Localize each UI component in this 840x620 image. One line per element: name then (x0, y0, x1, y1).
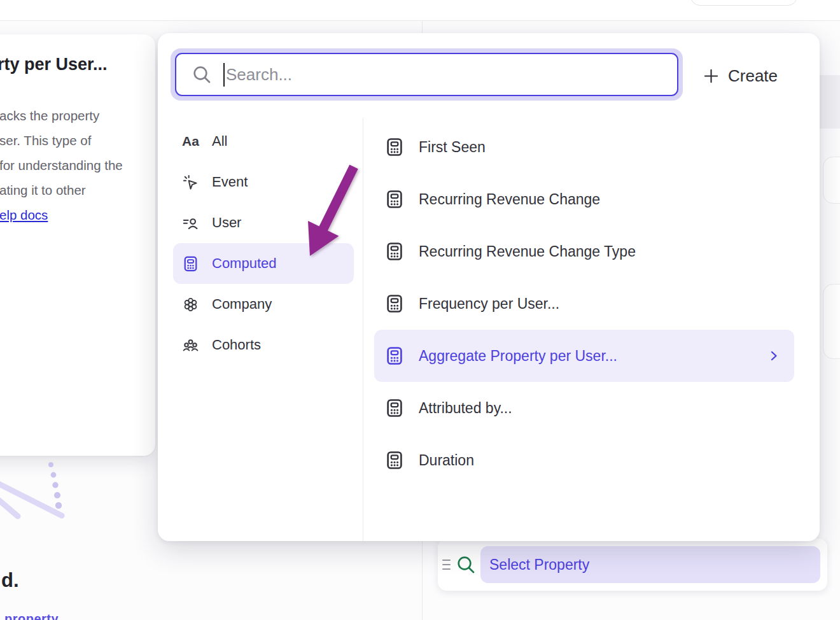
clipped-link-fragment[interactable]: property (4, 612, 59, 620)
calculator-icon (182, 255, 199, 272)
query-builder-row: Select Property (438, 539, 827, 591)
column-divider (363, 118, 363, 541)
calculator-icon (384, 398, 405, 418)
decorative-illustration (0, 457, 83, 528)
property-item-attributed-by[interactable]: Attributed by... (374, 382, 794, 434)
top-bar (0, 0, 840, 21)
property-item-duration[interactable]: Duration (374, 434, 794, 486)
cohorts-group-icon (182, 337, 199, 354)
chevron-right-icon (767, 349, 780, 362)
create-button-label: Create (728, 66, 778, 86)
tooltip-body-line: for understanding the (0, 158, 123, 173)
search-focus-ring (171, 48, 683, 101)
property-item-recurring-revenue-change-type[interactable]: Recurring Revenue Change Type (374, 225, 794, 278)
event-cursor-icon (182, 174, 199, 191)
calculator-icon (384, 346, 405, 366)
search-field[interactable] (175, 53, 678, 96)
property-list: First Seen Recurring Revenue Change Recu… (374, 121, 794, 486)
property-item-recurring-revenue-change[interactable]: Recurring Revenue Change (374, 173, 794, 225)
text-aa-icon: Aa (182, 133, 199, 150)
select-property-label: Select Property (489, 556, 589, 574)
property-item-frequency-per-user[interactable]: Frequency per User... (374, 278, 794, 330)
property-item-first-seen[interactable]: First Seen (374, 121, 794, 173)
calculator-icon (384, 241, 405, 262)
calculator-icon (384, 137, 405, 157)
property-tooltip-card: rty per User... acks the property ser. T… (0, 34, 155, 456)
property-item-aggregate-property-per-user[interactable]: Aggregate Property per User... (374, 330, 794, 382)
tooltip-body-line: acks the property (0, 108, 99, 123)
screen: rty per User... acks the property ser. T… (0, 0, 840, 620)
property-picker-modal: Create Aa All Event User Computed Co (158, 33, 820, 541)
annotation-arrow (299, 158, 363, 260)
select-property-button[interactable]: Select Property (480, 546, 820, 583)
top-bar-partial-button[interactable] (690, 0, 797, 6)
text-caret (223, 63, 225, 87)
tooltip-body-line: ser. This type of (0, 133, 91, 148)
company-cluster-icon (182, 296, 199, 313)
background-card-edge (823, 284, 840, 359)
search-icon (192, 64, 212, 85)
category-item-all[interactable]: Aa All (173, 121, 354, 162)
background-panel-strip (820, 75, 840, 129)
clipped-heading-fragment: d. (1, 569, 19, 592)
category-item-company[interactable]: Company (173, 284, 354, 325)
help-docs-link[interactable]: elp docs (0, 208, 48, 223)
calculator-icon (384, 450, 405, 470)
search-icon (456, 554, 476, 575)
background-card-edge (823, 157, 840, 204)
menu-lines-icon[interactable] (442, 560, 451, 571)
calculator-icon (384, 293, 405, 314)
create-button[interactable]: Create (703, 60, 778, 92)
user-list-icon (182, 215, 199, 232)
calculator-icon (384, 189, 405, 209)
plus-icon (703, 67, 720, 85)
category-item-cohorts[interactable]: Cohorts (173, 325, 354, 365)
tooltip-body-line: ating it to other (0, 183, 86, 198)
tooltip-title: rty per User... (0, 55, 108, 74)
search-input[interactable] (226, 54, 665, 95)
